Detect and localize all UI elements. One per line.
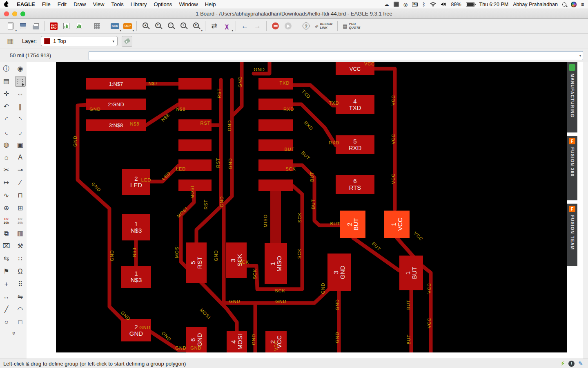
layer-settings-button[interactable] — [122, 36, 132, 47]
smash-tool[interactable]: R210k — [15, 215, 26, 226]
volume-icon[interactable] — [441, 2, 447, 7]
signal-tool[interactable]: ∿ — [1, 190, 12, 201]
measure-tool[interactable]: ⇋ — [15, 292, 26, 302]
siri-icon[interactable] — [571, 2, 577, 7]
command-input[interactable] — [89, 51, 583, 60]
menu-options[interactable]: Options — [154, 1, 172, 7]
script-button[interactable]: SCR▾ — [109, 20, 121, 32]
grid-button[interactable]: ▦ — [5, 36, 16, 47]
refresh-button[interactable]: ⇄ — [208, 20, 220, 32]
cut-tool[interactable]: ✂ — [1, 165, 12, 175]
align-tool[interactable]: ∥ — [15, 101, 26, 112]
spotlight-search-icon[interactable] — [562, 2, 566, 7]
menu-help[interactable]: Help — [205, 1, 216, 7]
keyboard-battery-icon[interactable]: B| — [412, 2, 418, 7]
board-canvas[interactable]: VCC4TXD5RXD6RTS2BUT1VCC1BUT3GND1MISO3SCK… — [56, 62, 567, 352]
save-button[interactable] — [17, 20, 29, 32]
menu-tools[interactable]: Tools — [111, 1, 123, 7]
pad[interactable] — [258, 180, 293, 191]
app-status-icon[interactable] — [394, 2, 399, 7]
zoom-redraw-button[interactable]: ▪ — [177, 20, 190, 32]
replace-tool[interactable]: ∷ — [15, 254, 26, 264]
alert-icon[interactable]: ! — [568, 361, 575, 367]
copy-tool[interactable]: ⧉ — [1, 228, 12, 239]
value-tool[interactable]: R210k — [1, 215, 12, 226]
close-button[interactable] — [4, 11, 9, 16]
palette-scroll-down[interactable]: « — [1, 330, 26, 337]
zoom-in-button[interactable]: + — [152, 20, 165, 32]
menu-draw[interactable]: Draw — [74, 1, 86, 7]
lock-tool[interactable]: Ω — [15, 266, 26, 277]
wire-bend-2-tool[interactable]: ◝ — [15, 114, 26, 125]
print-button[interactable] — [29, 20, 42, 32]
cloud-icon[interactable]: ☁ — [384, 2, 389, 7]
menubar-user[interactable]: Abhay Prahaladhan — [513, 2, 558, 7]
polygon-tool[interactable]: ⌂ — [1, 152, 12, 163]
undo-button[interactable]: ← — [238, 20, 251, 32]
arc-tool[interactable]: ◠ — [15, 304, 26, 315]
minimize-button[interactable] — [12, 11, 17, 16]
menubar-clock[interactable]: Thu 6:20 PM — [479, 2, 509, 7]
bluetooth-icon[interactable]: ᛒ — [422, 2, 425, 7]
info-tool[interactable]: ⓘ — [1, 63, 12, 74]
paste-tool[interactable]: ▥ — [15, 228, 26, 239]
name-tool[interactable]: ⚑ — [1, 266, 12, 277]
go-button[interactable] — [282, 20, 294, 32]
wifi-icon[interactable] — [430, 2, 436, 7]
change-tool[interactable]: ⚒ — [15, 241, 26, 251]
split-tool[interactable]: ◞ — [15, 127, 26, 137]
pcb-quote-button[interactable]: ▤ PCB QUOTE — [343, 20, 361, 32]
board-button[interactable] — [73, 20, 85, 32]
app-menu[interactable]: EAGLE — [17, 1, 35, 7]
pad[interactable] — [258, 119, 293, 131]
pad[interactable] — [178, 180, 212, 191]
record-icon[interactable]: ◎ — [403, 2, 408, 7]
cam-button[interactable]: SCHBRD — [47, 20, 60, 32]
command-dropdown-icon[interactable]: ▾ — [579, 54, 581, 58]
delete-tool[interactable]: ⌧ — [1, 241, 12, 251]
route-tool[interactable]: ↦ — [1, 177, 12, 188]
pinswap-tool[interactable]: ⇆ — [1, 254, 12, 264]
junction-tool[interactable]: ◍ — [1, 139, 12, 150]
dimension-tool[interactable]: ↔ — [1, 292, 12, 302]
text-tool[interactable]: A — [15, 152, 26, 163]
array-tool[interactable]: ⠿ — [15, 279, 26, 289]
autorouter-spark-icon[interactable]: ⚡ — [561, 360, 565, 367]
stop-button[interactable] — [269, 20, 282, 32]
menu-list-icon[interactable]: ≡ — [581, 2, 584, 7]
mark-tool[interactable]: + — [1, 279, 12, 289]
menu-view[interactable]: View — [93, 1, 105, 7]
pin-tool[interactable]: ⊞ — [15, 203, 26, 213]
show-tool[interactable]: ◉ — [15, 63, 26, 74]
mirror-tool[interactable]: ⇔ — [15, 89, 26, 99]
ulp-button[interactable]: ULP▾ — [121, 20, 134, 32]
zoom-window-button[interactable] — [20, 11, 25, 16]
help-button[interactable]: ? — [300, 20, 312, 32]
menu-edit[interactable]: Edit — [58, 1, 67, 7]
open-button[interactable]: ▾ — [4, 20, 17, 32]
tab-fusion-360[interactable]: FFUSION 360 — [567, 136, 577, 200]
simulate-button[interactable]: χ▾ — [220, 20, 233, 32]
edit-cursor-icon[interactable]: ✎ — [578, 360, 583, 367]
tab-manufacturing[interactable]: MANUFACTURING — [567, 62, 577, 132]
miter-tool[interactable]: ◟ — [1, 127, 12, 137]
zoom-select-button[interactable]: ▾▾ — [190, 20, 203, 32]
move-tool[interactable]: ✛ — [1, 89, 12, 99]
apple-menu-icon[interactable] — [4, 2, 9, 7]
group-tool[interactable] — [15, 76, 26, 87]
rect-tool[interactable]: □ — [15, 317, 26, 328]
redo-button[interactable]: → — [251, 20, 264, 32]
zoom-fit-button[interactable]: ◂ — [139, 20, 152, 32]
display-tool[interactable]: ▤ — [1, 76, 12, 87]
tab-fusion-team[interactable]: FFUSION TEAM — [567, 204, 577, 266]
ripup-tool[interactable]: ∕ — [15, 177, 26, 188]
pad[interactable] — [178, 139, 212, 151]
line-tool[interactable]: ╱ — [1, 304, 12, 315]
circle-tool[interactable]: ○ — [1, 317, 12, 328]
menu-library[interactable]: Library — [131, 1, 147, 7]
via-tool[interactable]: ⊕ — [1, 203, 12, 213]
board-viewport[interactable]: VCC4TXD5RXD6RTS2BUT1VCC1BUT3GND1MISO3SCK… — [56, 62, 567, 352]
rotate-tool[interactable]: ↶ — [1, 101, 12, 112]
sheet-button[interactable] — [60, 20, 73, 32]
menu-window[interactable]: Window — [179, 1, 198, 7]
